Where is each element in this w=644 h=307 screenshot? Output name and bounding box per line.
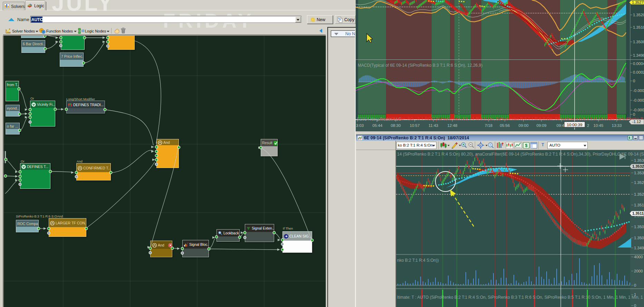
svg-text:2: 2 [587, 123, 589, 128]
svg-text:09:09: 09:09 [537, 123, 547, 128]
svg-text:-0.000: -0.000 [633, 98, 644, 102]
svg-text:3:03: 3:03 [356, 123, 364, 128]
svg-text:11:43: 11:43 [429, 123, 438, 128]
svg-text:ltimate: T : AUTO (SiProRenko: ltimate: T : AUTO (SiProRenko B:2 T:1 R:… [397, 295, 644, 300]
svg-text:1.3532: 1.3532 [632, 164, 644, 168]
svg-text:4000: 4000 [634, 255, 643, 259]
svg-text:13:33: 13:33 [612, 123, 622, 128]
svg-text:1.3520: 1.3520 [634, 192, 644, 196]
svg-text:10:57: 10:57 [410, 123, 420, 128]
svg-text:1.3527: 1.3527 [632, 0, 644, 4]
svg-text:2000: 2000 [634, 269, 643, 273]
svg-text:1.3490: 1.3490 [633, 53, 644, 57]
svg-text:0.0002: 0.0002 [633, 70, 644, 74]
svg-text:-0.000: -0.000 [633, 108, 644, 112]
svg-text:-1.12: -1.12 [632, 120, 641, 124]
svg-text:7/18: 7/18 [485, 123, 492, 128]
svg-text:05:56: 05:56 [500, 123, 510, 128]
svg-text:1.3500: 1.3500 [633, 40, 644, 44]
svg-text:1.3505: 1.3505 [634, 225, 644, 229]
svg-text:0.0004: 0.0004 [633, 62, 644, 66]
svg-text:0: 0 [633, 79, 635, 83]
svg-text:1.3515: 1.3515 [634, 203, 644, 207]
svg-text:1.3535: 1.3535 [634, 158, 644, 162]
svg-text:1: 1 [634, 292, 636, 297]
svg-text:1.3530: 1.3530 [634, 171, 644, 175]
svg-text:0: 0 [634, 283, 636, 287]
svg-text:05:44: 05:44 [373, 123, 383, 128]
svg-text:$: $ [525, 143, 528, 148]
svg-text:08:30: 08:30 [391, 123, 401, 128]
svg-text:MACD(Typical of 6E 09-14 (SiPr: MACD(Typical of 6E 09-14 (SiProRenko B:3… [358, 63, 482, 68]
svg-text:12:48: 12:48 [448, 123, 458, 128]
svg-text:0: 0 [634, 304, 636, 307]
svg-text:1.3510: 1.3510 [633, 25, 644, 29]
svg-text:1.3500: 1.3500 [634, 236, 644, 240]
svg-text:1.3511: 1.3511 [632, 211, 644, 215]
svg-text:10:00:39: 10:00:39 [567, 123, 583, 127]
svg-text:10:45: 10:45 [594, 123, 604, 128]
svg-text:1.3520: 1.3520 [633, 13, 644, 17]
svg-text:1.3495: 1.3495 [634, 246, 644, 250]
svg-text:09:00: 09:00 [519, 123, 529, 128]
svg-text:-0.000: -0.000 [633, 89, 644, 93]
svg-text:14 (SiProRenko B:2 T:1 R:4 S:O: 14 (SiProRenko B:2 T:1 R:4 S:On) 80,20),… [397, 152, 644, 157]
svg-text:1.3525: 1.3525 [634, 180, 644, 185]
svg-text:0: 0 [633, 112, 635, 117]
svg-text:time Ultimate: BG : 3-1 ROC (S: time Ultimate: BG : 3-1 ROC (SiProRenko … [380, 117, 644, 121]
svg-text:nko B:2 T:1 R:4 S:On)): nko B:2 T:1 R:4 S:On)) [397, 258, 439, 263]
